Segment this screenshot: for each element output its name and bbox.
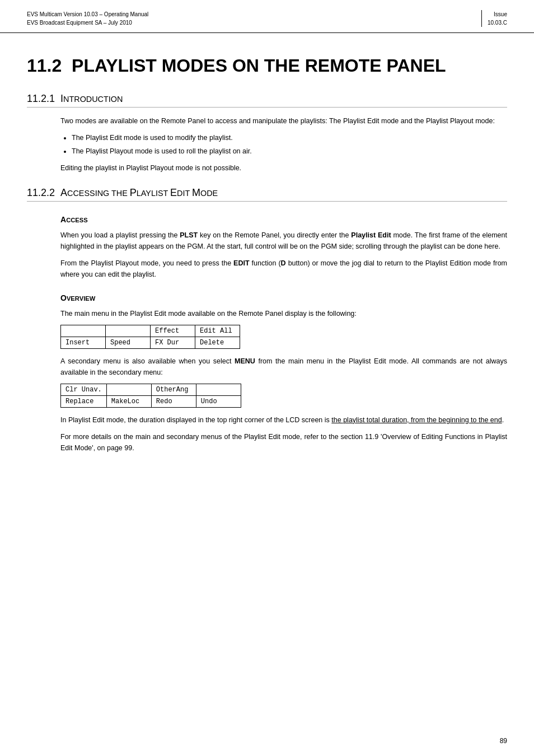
- main-menu-r2c2: Speed: [106, 337, 151, 348]
- overview-para4: For more details on the main and seconda…: [60, 431, 507, 454]
- access-para2: From the Playlist Playout mode, you need…: [60, 258, 507, 280]
- main-menu-r1c4: Edit All: [195, 325, 240, 337]
- overview-heading: OVERVIEW: [60, 293, 507, 302]
- subsection-overview: OVERVIEW The main menu in the Playlist E…: [60, 293, 507, 454]
- access-para1: When you load a playlist pressing the PL…: [60, 230, 507, 252]
- section-11-2-1-para1: Two modes are available on the Remote Pa…: [60, 115, 507, 127]
- section-11-2-1-bullets: The Playlist Edit mode is used to modify…: [72, 132, 507, 157]
- main-menu-r1c1: [61, 325, 106, 337]
- chapter-heading: PLAYLIST MODES ON THE REMOTE PANEL: [72, 55, 446, 76]
- section-11-2-1-title: INTRODUCTION: [60, 93, 123, 104]
- main-menu-r2c1: Insert: [61, 337, 106, 348]
- secondary-menu-r2c3: Redo: [151, 395, 196, 407]
- header-title-line1: EVS Multicam Version 10.03 – Operating M…: [27, 10, 148, 18]
- secondary-menu-r1c3: OtherAng: [151, 384, 196, 395]
- bullet-1: The Playlist Edit mode is used to modify…: [72, 132, 507, 143]
- overview-para3: In Playlist Edit mode, the duration disp…: [60, 414, 507, 426]
- header-left: EVS Multicam Version 10.03 – Operating M…: [27, 10, 148, 27]
- section-11-2-1: 11.2.1 INTRODUCTION Two modes are availa…: [27, 93, 507, 174]
- main-menu-row-1: Effect Edit All: [61, 325, 240, 337]
- main-menu-r2c4: Delete: [195, 337, 240, 348]
- main-menu-r1c3: Effect: [151, 325, 195, 337]
- section-11-2-2: 11.2.2 ACCESSING THE PLAYLIST EDIT MODE …: [27, 187, 507, 454]
- subsection-access: ACCESS When you load a playlist pressing…: [60, 215, 507, 280]
- header-title-line2: EVS Broadcast Equipment SA – July 2010: [27, 18, 148, 27]
- main-menu-row-2: Insert Speed FX Dur Delete: [61, 337, 240, 348]
- section-11-2-1-num: 11.2.1: [27, 93, 60, 104]
- header-issue-number: 10.03.C: [488, 18, 507, 27]
- chapter-number: 11.2: [27, 55, 62, 76]
- secondary-menu-r2c1: Replace: [61, 395, 107, 407]
- page-number: 89: [500, 737, 507, 745]
- section-11-2-2-heading: 11.2.2 ACCESSING THE PLAYLIST EDIT MODE: [27, 187, 507, 202]
- main-menu-r1c2: [106, 325, 151, 337]
- header-issue-label: Issue: [488, 10, 507, 18]
- main-menu-table: Effect Edit All Insert Speed FX Dur Dele…: [60, 325, 240, 349]
- section-11-2-2-num: 11.2.2: [27, 187, 60, 198]
- secondary-menu-r1c1: Clr Unav.: [61, 384, 107, 395]
- chapter-title: 11.2 PLAYLIST MODES ON THE REMOTE PANEL: [27, 55, 507, 76]
- secondary-menu-r2c2: MakeLoc: [106, 395, 151, 407]
- section-11-2-2-title: ACCESSING THE PLAYLIST EDIT MODE: [60, 187, 218, 198]
- secondary-menu-row-2: Replace MakeLoc Redo Undo: [61, 395, 241, 407]
- section-11-2-1-heading: 11.2.1 INTRODUCTION: [27, 93, 507, 108]
- section-11-2-1-after-bullets: Editing the playlist in Playlist Playout…: [60, 162, 507, 174]
- access-heading: ACCESS: [60, 215, 507, 224]
- secondary-menu-r1c4: [196, 384, 241, 395]
- overview-para1: The main menu in the Playlist Edit mode …: [60, 308, 507, 319]
- page-header: EVS Multicam Version 10.03 – Operating M…: [0, 0, 534, 33]
- secondary-menu-r2c4: Undo: [196, 395, 241, 407]
- page-container: EVS Multicam Version 10.03 – Operating M…: [0, 0, 534, 756]
- main-content: 11.2 PLAYLIST MODES ON THE REMOTE PANEL …: [0, 33, 534, 493]
- secondary-menu-table: Clr Unav. OtherAng Replace MakeLoc Redo …: [60, 384, 241, 408]
- secondary-menu-row-1: Clr Unav. OtherAng: [61, 384, 241, 395]
- overview-para2: A secondary menu is also available when …: [60, 356, 507, 378]
- secondary-menu-r1c2: [106, 384, 151, 395]
- bullet-2: The Playlist Playout mode is used to rol…: [72, 146, 507, 157]
- main-menu-r2c3: FX Dur: [151, 337, 195, 348]
- header-right: Issue 10.03.C: [481, 10, 507, 27]
